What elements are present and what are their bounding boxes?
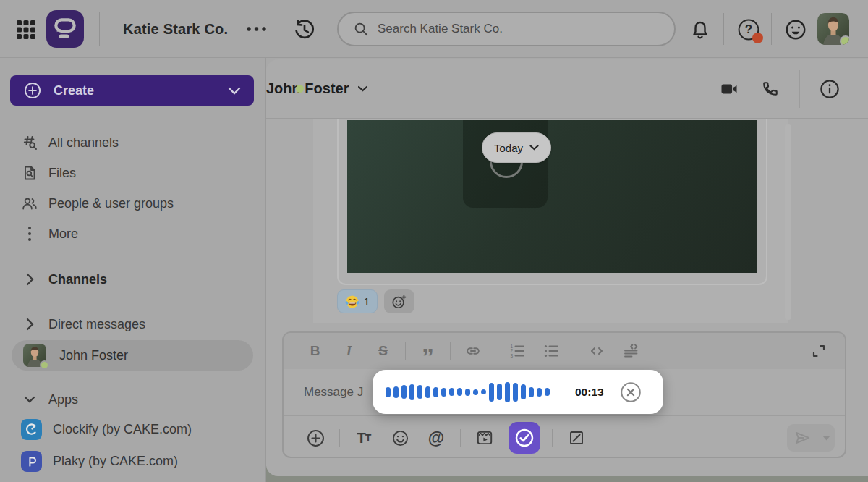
search-icon (353, 21, 369, 37)
sidebar-item-label: Files (48, 166, 76, 181)
cancel-recording-button[interactable] (620, 381, 642, 403)
message-placeholder: Message J (304, 385, 363, 399)
dm-item-john-foster[interactable]: John Foster (12, 340, 253, 371)
section-direct-messages[interactable]: Direct messages (0, 309, 266, 339)
send-button-group (787, 424, 835, 452)
clockify-icon (21, 419, 42, 440)
section-apps[interactable]: Apps (0, 384, 266, 415)
code-block-icon[interactable] (618, 339, 642, 363)
strikethrough-icon[interactable]: S (371, 339, 395, 363)
link-icon[interactable] (461, 339, 485, 363)
add-reaction-button[interactable] (384, 289, 414, 313)
dm-avatar (23, 344, 46, 367)
svg-text:3: 3 (510, 353, 513, 358)
toolbar-divider (450, 342, 451, 360)
chat-title[interactable]: John Foster (266, 80, 349, 97)
toolbar-divider (339, 429, 340, 447)
laughing-emoji-icon (345, 295, 359, 309)
create-label: Create (54, 83, 228, 98)
draw-icon[interactable] (564, 426, 589, 450)
section-label: Channels (48, 272, 107, 287)
send-options-chevron-icon[interactable] (817, 436, 835, 441)
emoji-icon[interactable] (388, 426, 412, 450)
app-item-label: Clockify (by CAKE.com) (53, 422, 192, 437)
formatting-toolbar: B I S ” 123 (284, 333, 845, 369)
chevron-down-icon[interactable] (357, 85, 368, 92)
voice-recorder: 00:13 (373, 370, 663, 414)
search-input[interactable] (378, 22, 638, 36)
top-bar: Katie Stark Co. (0, 0, 868, 58)
attach-plus-icon[interactable] (303, 426, 328, 450)
voice-record-confirm-button[interactable] (509, 422, 540, 454)
bullet-list-icon[interactable] (540, 339, 563, 363)
app-item-label: Plaky (by CAKE.com) (53, 454, 178, 469)
composer-toolbar: TT @ (284, 415, 845, 458)
topbar-divider (771, 13, 772, 45)
history-icon[interactable] (292, 17, 317, 42)
sidebar-item-people[interactable]: People & user groups (0, 188, 266, 219)
info-icon[interactable] (817, 77, 842, 101)
apps-grid-icon[interactable] (16, 20, 36, 40)
chevron-right-icon (21, 273, 38, 286)
chevron-down-icon (529, 145, 539, 151)
header-divider (799, 70, 800, 108)
app-window: Katie Stark Co. (0, 0, 868, 482)
toolbar-divider (552, 429, 553, 447)
voice-waveform (386, 382, 552, 402)
quote-icon[interactable]: ” (416, 339, 440, 363)
sidebar-item-label: People & user groups (48, 196, 174, 211)
notifications-bell-icon[interactable] (689, 19, 712, 42)
file-search-icon (21, 164, 38, 182)
sidebar-divider (0, 122, 265, 122)
ordered-list-icon[interactable]: 123 (506, 339, 529, 363)
toolbar-divider (574, 342, 574, 360)
topbar-divider (99, 12, 100, 46)
date-separator[interactable]: Today (482, 132, 551, 163)
sidebar-item-files[interactable]: Files (0, 158, 266, 188)
channel-browser-icon (21, 134, 38, 151)
text-format-icon[interactable]: TT (352, 426, 376, 450)
mention-icon[interactable]: @ (424, 426, 448, 450)
recording-timer: 00:13 (575, 386, 610, 399)
scrollbar[interactable] (785, 124, 791, 320)
more-vertical-icon (21, 226, 38, 242)
send-button[interactable] (787, 428, 817, 447)
phone-call-icon[interactable] (757, 77, 782, 101)
expand-composer-icon[interactable] (807, 339, 830, 363)
sidebar-item-all-channels[interactable]: All channels (0, 127, 266, 158)
toolbar-divider (405, 342, 406, 360)
help-notification-dot (752, 33, 763, 43)
help-icon[interactable]: ? (736, 17, 761, 42)
presence-dot (40, 360, 49, 370)
section-label: Direct messages (48, 317, 145, 332)
chevron-right-icon (21, 318, 38, 331)
code-icon[interactable] (584, 339, 608, 363)
sidebar: Create All channels Files (0, 58, 266, 482)
topbar-divider (723, 13, 724, 45)
plaky-icon (21, 451, 42, 472)
app-item-plaky[interactable]: Plaky (by CAKE.com) (0, 446, 266, 476)
pumble-logo[interactable] (46, 10, 84, 48)
date-label: Today (494, 142, 523, 154)
section-channels[interactable]: Channels (0, 264, 266, 295)
people-icon (21, 195, 38, 212)
plus-circle-icon (23, 81, 42, 100)
dm-name: John Foster (59, 348, 128, 363)
video-attachment[interactable] (347, 120, 757, 273)
reaction-pill[interactable]: 1 (337, 289, 378, 313)
user-avatar[interactable] (817, 13, 849, 45)
workspace-name[interactable]: Katie Stark Co. (123, 0, 228, 58)
search-bar[interactable] (337, 12, 676, 46)
video-call-icon[interactable] (717, 77, 741, 101)
chevron-down-icon (228, 87, 241, 95)
presence-dot (840, 35, 849, 45)
reaction-count: 1 (364, 295, 370, 308)
italic-icon[interactable]: I (337, 339, 361, 363)
app-item-clockify[interactable]: Clockify (by CAKE.com) (0, 414, 266, 444)
video-message-icon[interactable] (472, 426, 497, 450)
create-button[interactable]: Create (10, 75, 254, 106)
sidebar-item-more[interactable]: More (0, 219, 266, 249)
workspace-menu-icon[interactable] (246, 0, 268, 58)
bold-icon[interactable]: B (303, 339, 327, 363)
emoji-status-icon[interactable] (784, 18, 807, 41)
